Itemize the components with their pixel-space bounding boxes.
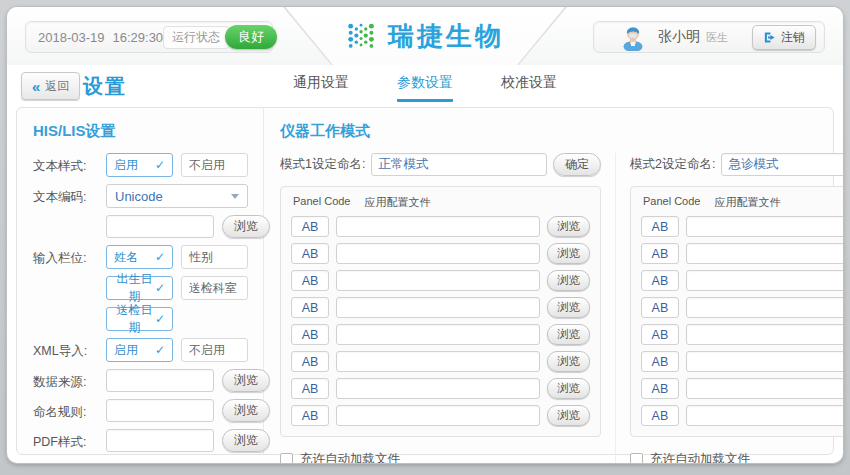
panel-code-input[interactable]: [291, 216, 329, 237]
tab-general-settings[interactable]: 通用设置: [293, 74, 349, 102]
back-chevrons-icon: «: [32, 79, 40, 94]
panel-code-input[interactable]: [291, 378, 329, 399]
logout-button[interactable]: 注销: [752, 25, 816, 50]
browse-button[interactable]: 浏览: [547, 216, 590, 237]
check-icon: ✓: [155, 343, 165, 357]
file-row: PDF样式: 浏览: [33, 429, 251, 452]
tab-parameter-settings[interactable]: 参数设置: [397, 74, 453, 102]
panel-code-input[interactable]: [291, 297, 329, 318]
config-file-input[interactable]: [686, 297, 843, 318]
autoload-checkbox[interactable]: [630, 453, 643, 463]
panel-code-input[interactable]: [291, 324, 329, 345]
mode-1-panel-table: Panel Code 应用配置文件 浏览 浏览: [280, 186, 601, 437]
browse-button[interactable]: 浏览: [547, 324, 590, 345]
browse-button[interactable]: 浏览: [222, 429, 270, 452]
datetime: 2018-03-1916:29:30: [38, 30, 163, 45]
panel-code-input[interactable]: [291, 405, 329, 426]
panel-code-input[interactable]: [641, 405, 679, 426]
back-label: 返回: [45, 78, 69, 95]
back-button[interactable]: « 返回: [21, 72, 80, 100]
config-file-input[interactable]: [336, 270, 540, 291]
browse-button[interactable]: 浏览: [222, 369, 270, 392]
field-gender-toggle[interactable]: 性别: [181, 245, 248, 269]
config-file-header: 应用配置文件: [714, 195, 780, 210]
panel-code-input[interactable]: [291, 270, 329, 291]
logo: 瑞捷生物: [346, 19, 504, 54]
browse-button[interactable]: 浏览: [222, 399, 270, 422]
panel-row: 浏览: [291, 351, 590, 372]
config-file-input[interactable]: [686, 243, 843, 264]
file-row: 命名规则: 浏览: [33, 399, 251, 422]
panel-code-input[interactable]: [641, 378, 679, 399]
xml-enable-toggle[interactable]: 启用 ✓: [106, 338, 173, 362]
config-file-input[interactable]: [336, 243, 540, 264]
config-file-input[interactable]: [686, 216, 843, 237]
file-path-input[interactable]: [106, 399, 214, 422]
header: 2018-03-1916:29:30 运行状态 良好 瑞捷生物: [7, 7, 843, 65]
panel-row: 浏览: [291, 243, 590, 264]
xml-disable-toggle[interactable]: 不启用: [181, 338, 248, 362]
encoding-row: 文本编码: Unicode: [33, 184, 251, 208]
check-icon: ✓: [155, 312, 165, 326]
browse-button[interactable]: 浏览: [547, 243, 590, 264]
panel-row: 浏览: [291, 270, 590, 291]
config-file-input[interactable]: [686, 324, 843, 345]
date-text: 2018-03-19: [38, 30, 105, 45]
autoload-label: 充许自动加载文件: [650, 451, 750, 463]
panel-code-input[interactable]: [641, 243, 679, 264]
config-file-input[interactable]: [686, 405, 843, 426]
browse-button[interactable]: 浏览: [222, 215, 270, 238]
browse-button[interactable]: 浏览: [547, 351, 590, 372]
panel-code-input[interactable]: [641, 351, 679, 372]
text-style-row: 文本样式: 启用 ✓ 不启用: [33, 153, 251, 177]
encoding-file-input[interactable]: [106, 215, 214, 238]
file-path-input[interactable]: [106, 369, 214, 392]
panel-row: 浏览: [641, 405, 843, 426]
check-icon: ✓: [155, 250, 165, 264]
content-panel: HIS/LIS设置 文本样式: 启用 ✓ 不启用 文本编码: Unicode: [16, 107, 834, 455]
config-file-input[interactable]: [686, 270, 843, 291]
config-file-input[interactable]: [336, 378, 540, 399]
mode-1-name-input[interactable]: [371, 153, 547, 176]
instrument-title: 仪器工作模式: [280, 122, 843, 141]
text-style-disable-toggle[interactable]: 不启用: [181, 153, 248, 177]
panel-code-header: Panel Code: [643, 195, 701, 210]
panel-code-input[interactable]: [641, 270, 679, 291]
encoding-select[interactable]: Unicode: [106, 184, 248, 208]
browse-button[interactable]: 浏览: [547, 270, 590, 291]
xml-import-label: XML导入:: [33, 338, 106, 360]
mode-2-name-input[interactable]: [721, 153, 843, 176]
config-file-header: 应用配置文件: [365, 195, 431, 210]
panel-code-input[interactable]: [291, 243, 329, 264]
mode-1-confirm-button[interactable]: 确定: [553, 153, 601, 176]
config-file-input[interactable]: [686, 378, 843, 399]
config-file-input[interactable]: [336, 351, 540, 372]
panel-code-input[interactable]: [641, 324, 679, 345]
field-submit-date-toggle[interactable]: 送检日期 ✓: [106, 307, 173, 331]
autoload-checkbox[interactable]: [280, 453, 293, 463]
encoding-label: 文本编码:: [33, 184, 106, 206]
config-file-input[interactable]: [336, 297, 540, 318]
config-file-input[interactable]: [336, 216, 540, 237]
field-birthdate-toggle[interactable]: 出生日期 ✓: [106, 276, 173, 300]
panel-code-input[interactable]: [641, 297, 679, 318]
tab-calibration-settings[interactable]: 校准设置: [501, 74, 557, 102]
config-file-input[interactable]: [336, 405, 540, 426]
text-style-enable-toggle[interactable]: 启用 ✓: [106, 153, 173, 177]
panel-code-input[interactable]: [641, 216, 679, 237]
panel-row: 浏览: [291, 324, 590, 345]
browse-button[interactable]: 浏览: [547, 405, 590, 426]
panel-code-input[interactable]: [291, 351, 329, 372]
browse-button[interactable]: 浏览: [547, 378, 590, 399]
field-department-toggle[interactable]: 送检科室: [181, 276, 248, 300]
mode-1-column: 模式1设定命名: 确定 Panel Code 应用配置文件 浏览: [280, 153, 615, 463]
field-name-toggle[interactable]: 姓名 ✓: [106, 245, 173, 269]
file-path-input[interactable]: [106, 429, 214, 452]
doctor-avatar-icon: [620, 23, 646, 51]
browse-button[interactable]: 浏览: [547, 297, 590, 318]
panel-code-header: Panel Code: [293, 195, 351, 210]
panel-row: 浏览: [641, 351, 843, 372]
config-file-input[interactable]: [336, 324, 540, 345]
app-window: 2018-03-1916:29:30 运行状态 良好 瑞捷生物: [7, 7, 843, 463]
config-file-input[interactable]: [686, 351, 843, 372]
